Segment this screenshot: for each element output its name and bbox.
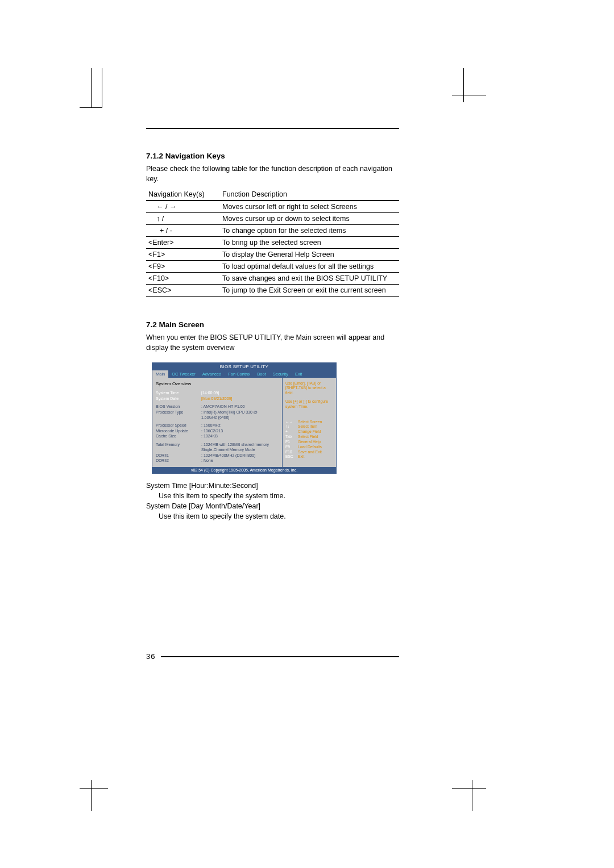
header-rule — [146, 128, 399, 129]
bios-tab: Main — [152, 370, 168, 378]
bios-help-top: Use [Enter], [TAB] or [SHIFT-TAB] to sel… — [285, 381, 333, 396]
table-row: ↑ /Moves cursor up or down to select ite… — [146, 213, 399, 225]
sys-time-title: System Time [Hour:Minute:Second] — [146, 481, 399, 491]
nav-key: <ESC> — [146, 285, 220, 297]
bios-title: BIOS SETUP UTILITY — [152, 363, 336, 370]
nav-desc: To jump to the Exit Screen or exit the c… — [220, 285, 399, 297]
bios-footer: v02.54 (C) Copyright 1985-2005, American… — [152, 467, 336, 473]
bios-tab: Fan Control — [225, 370, 254, 378]
sys-date-desc: Use this item to specify the system date… — [146, 511, 399, 521]
bios-tabs: MainOC TweakerAdvancedFan ControlBootSec… — [152, 370, 336, 378]
page-content: 7.1.2 Navigation Keys Please check the f… — [146, 128, 399, 661]
col-header-desc: Function Description — [220, 189, 399, 201]
bios-screenshot: BIOS SETUP UTILITY MainOC TweakerAdvance… — [152, 362, 337, 474]
bios-key-hint: TabSelect Field — [285, 435, 333, 440]
bios-info-row: DDRII1: 1024MB/400MHz (DDRII800) — [156, 453, 279, 458]
table-row: <F10>To save changes and exit the BIOS S… — [146, 273, 399, 285]
nav-key: <F9> — [146, 261, 220, 273]
bios-key-hints: ←→Select Screen↑↓Select Item+-Change Fie… — [285, 420, 333, 460]
bios-info-row: Microcode Update: 106C2/213 — [156, 428, 279, 433]
section-intro-main-screen: When you enter the BIOS SETUP UTILITY, t… — [146, 332, 399, 353]
bios-key-hint: ←→Select Screen — [285, 420, 333, 425]
bios-tab: Boot — [254, 370, 269, 378]
col-header-key: Navigation Key(s) — [146, 189, 220, 201]
table-row: <F9>To load optimal default values for a… — [146, 261, 399, 273]
bios-right-panel: Use [Enter], [TAB] or [SHIFT-TAB] to sel… — [282, 378, 336, 467]
bios-overview-title: System Overview — [156, 381, 279, 387]
section-heading-main-screen: 7.2 Main Screen — [146, 320, 399, 329]
crop-mark-br — [452, 780, 486, 803]
nav-desc: To change option for the selected items — [220, 225, 399, 237]
nav-key: <F1> — [146, 249, 220, 261]
bios-key-hint: ↑↓Select Item — [285, 424, 333, 429]
table-row: <Enter>To bring up the selected screen — [146, 237, 399, 249]
page-footer: 36 — [146, 652, 399, 661]
bios-tab: Advanced — [199, 370, 225, 378]
bios-info-row: Processor Type: Intel(R) Atom(TM) CPU 33… — [156, 410, 279, 415]
bios-key-hint: +-Change Field — [285, 429, 333, 435]
bios-info-row: Cache Size: 1024KB — [156, 433, 279, 439]
table-row: ← / →Moves cursor left or right to selec… — [146, 201, 399, 213]
section-heading-nav-keys: 7.1.2 Navigation Keys — [146, 152, 399, 160]
bios-key-hint: F9Load Defaults — [285, 445, 333, 450]
bios-info-row: DDRII2: None — [156, 458, 279, 463]
table-row: <ESC>To jump to the Exit Screen or exit … — [146, 285, 399, 297]
crop-mark-tr — [452, 85, 486, 108]
nav-desc: To load optimal default values for all t… — [220, 261, 399, 273]
bios-key-hint: F10Save and Exit — [285, 450, 333, 455]
bios-left-panel: System Overview System Time[14:00:09]Sys… — [152, 378, 282, 467]
nav-key: + / - — [146, 225, 220, 237]
bios-info-row: System Date[Mon 09/21/2009] — [156, 396, 279, 401]
bios-info-row: Single-Channel Memory Mode — [156, 447, 279, 452]
bios-tab: Security — [269, 370, 292, 378]
bios-tab: OC Tweaker — [168, 370, 199, 378]
nav-desc: Moves cursor left or right to select Scr… — [220, 201, 399, 213]
sys-date-title: System Date [Day Month/Date/Year] — [146, 501, 399, 511]
nav-desc: Moves cursor up or down to select items — [220, 213, 399, 225]
bios-info-row: System Time[14:00:09] — [156, 390, 279, 395]
crop-mark-tl2 — [91, 68, 92, 108]
system-description: System Time [Hour:Minute:Second] Use thi… — [146, 481, 399, 522]
bios-tab: Exit — [292, 370, 306, 378]
page-number: 36 — [146, 652, 155, 661]
bios-key-hint: ESCExit — [285, 454, 333, 460]
nav-desc: To save changes and exit the BIOS SETUP … — [220, 273, 399, 285]
bios-info-row: 1.60GHz (64bit) — [156, 415, 279, 420]
nav-desc: To bring up the selected screen — [220, 237, 399, 249]
section-intro-nav-keys: Please check the following table for the… — [146, 164, 399, 184]
sys-time-desc: Use this item to specify the system time… — [146, 491, 399, 501]
nav-key: ↑ / — [146, 213, 220, 225]
bios-info-row: Total Memory: 1024MB with 128MB shared m… — [156, 442, 279, 447]
bios-info-row: BIOS Version: AMCP7AION-HT P1.00 — [156, 404, 279, 409]
crop-mark-bl — [80, 780, 108, 803]
footer-rule — [161, 656, 399, 657]
bios-help-mid: Use [+] or [-] to configure system Time. — [285, 399, 333, 410]
nav-keys-table: Navigation Key(s) Function Description ←… — [146, 189, 399, 297]
nav-desc: To display the General Help Screen — [220, 249, 399, 261]
nav-key: ← / → — [146, 201, 220, 213]
bios-info-row: Processor Speed: 1600MHz — [156, 423, 279, 428]
table-row: + / -To change option for the selected i… — [146, 225, 399, 237]
nav-key: <Enter> — [146, 237, 220, 249]
bios-key-hint: F1General Help — [285, 440, 333, 445]
table-row: <F1>To display the General Help Screen — [146, 249, 399, 261]
nav-key: <F10> — [146, 273, 220, 285]
